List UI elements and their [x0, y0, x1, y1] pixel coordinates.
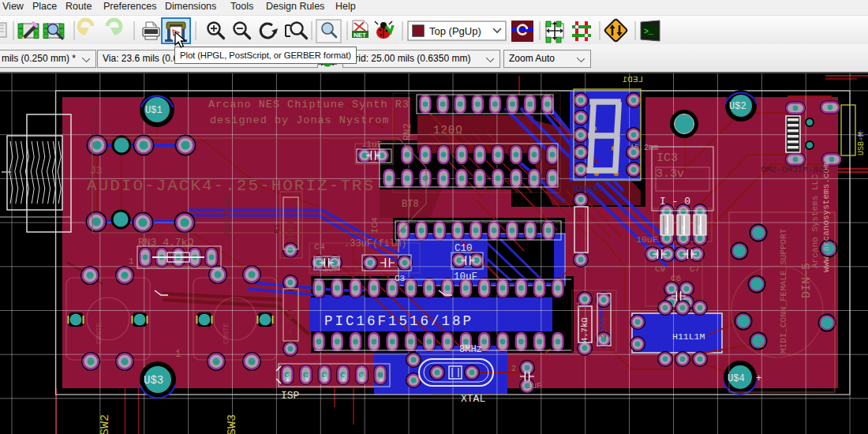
svg-text:10uF: 10uF — [454, 271, 477, 282]
svg-text:BT8: BT8 — [402, 199, 419, 210]
svg-text:I - 0: I - 0 — [660, 196, 690, 208]
svg-text:J3: J3 — [90, 165, 103, 177]
svg-text:+: + — [756, 373, 761, 384]
svg-text:>_: >_ — [644, 28, 654, 36]
svg-text:RN3 4.7kΩ: RN3 4.7kΩ — [138, 237, 193, 249]
svg-text:IC3: IC3 — [657, 152, 678, 165]
svg-text:15,2mm: 15,2mm — [630, 144, 658, 152]
svg-text:CRNTE: CRNTE — [223, 323, 230, 344]
svg-text:USB-MICRO-SMD: USB-MICRO-SMD — [761, 165, 829, 174]
svg-text:OUT: OUT — [698, 225, 703, 234]
svg-text:.1uF: .1uF — [361, 139, 383, 149]
svg-text:Top (PgUp): Top (PgUp) — [429, 25, 481, 37]
svg-text:U$1: U$1 — [145, 105, 163, 116]
svg-text:1: 1 — [576, 301, 581, 310]
svg-text:NET: NET — [354, 32, 366, 39]
svg-text:PGC: PGC — [360, 372, 365, 381]
svg-text:4.7kΩ: 4.7kΩ — [580, 317, 589, 342]
svg-text:U$2: U$2 — [729, 101, 746, 112]
svg-text:3.3v: 3.3v — [656, 167, 684, 181]
svg-text:PIC16F1516/18P: PIC16F1516/18P — [324, 313, 473, 329]
svg-text:ISP: ISP — [281, 390, 300, 402]
svg-text:C4: C4 — [314, 241, 325, 252]
svg-text:C3: C3 — [395, 274, 405, 283]
svg-text:4.7kΩ: 4.7kΩ — [286, 309, 295, 335]
svg-text:.1uF: .1uF — [521, 381, 541, 391]
svg-text:CRNTE: CRNTE — [95, 323, 103, 344]
svg-text:U$4: U$4 — [728, 373, 745, 384]
svg-text:8MHz: 8MHz — [459, 344, 482, 355]
svg-text:C7: C7 — [690, 264, 700, 274]
svg-text:RN2: RN2 — [402, 123, 413, 140]
svg-text:designed by Jonas Nystrom: designed by Jonas Nystrom — [210, 114, 390, 126]
svg-text:.1uF: .1uF — [317, 264, 339, 274]
svg-text:Arcano Systems LLC: Arcano Systems LLC — [810, 174, 820, 268]
svg-text:R1: R1 — [272, 223, 282, 234]
svg-text:MS5: MS5 — [286, 373, 291, 381]
svg-text:C9: C9 — [655, 264, 665, 274]
svg-text:C10: C10 — [455, 243, 473, 254]
svg-text:Arcano NES Chiptune Synth R3: Arcano NES Chiptune Synth R3 — [208, 99, 410, 110]
svg-text:www.arcanosystems.com: www.arcanosystems.com — [821, 163, 831, 272]
svg-text:SW3: SW3 — [226, 414, 239, 434]
svg-text:MIDI_CONN_FEMALE_SUPPORT: MIDI_CONN_FEMALE_SUPPORT — [779, 228, 788, 354]
svg-text:10kΩ: 10kΩ — [286, 222, 295, 241]
svg-text:.33uF(film): .33uF(film) — [344, 238, 406, 249]
svg-text:SW2: SW2 — [99, 414, 112, 434]
svg-text:1: 1 — [129, 256, 134, 266]
svg-text:LED1: LED1 — [622, 75, 643, 84]
svg-text:MOMENTARY: MOMENTARY — [223, 194, 232, 237]
svg-text:10uF: 10uF — [636, 234, 658, 245]
svg-text:AUDIO-JACK4-.25-HORIZ-TRS: AUDIO-JACK4-.25-HORIZ-TRS — [87, 177, 375, 195]
svg-text:GND: GND — [681, 225, 687, 234]
svg-text:PGD: PGD — [342, 372, 347, 381]
svg-text:2: 2 — [511, 365, 516, 373]
svg-text:S4201B: S4201B — [573, 184, 604, 193]
svg-text:XTAL: XTAL — [461, 393, 485, 405]
svg-text:1: 1 — [175, 349, 181, 360]
svg-text:120Ω: 120Ω — [433, 124, 463, 137]
svg-text:220Ω: 220Ω — [599, 318, 608, 338]
svg-text:VCC: VCC — [305, 372, 310, 381]
svg-text:IN: IN — [664, 227, 670, 234]
svg-text:GND: GND — [323, 372, 328, 381]
svg-text:U$3: U$3 — [144, 374, 163, 387]
svg-text:IC4: IC4 — [369, 217, 380, 234]
svg-text:USB-M: USB-M — [857, 132, 866, 155]
svg-text:2: 2 — [759, 340, 765, 350]
svg-text:SWITCH: SWITCH — [90, 107, 99, 136]
svg-text:6: 6 — [379, 379, 384, 381]
svg-text:C6: C6 — [671, 274, 681, 283]
svg-text:H11L1M: H11L1M — [672, 331, 705, 342]
